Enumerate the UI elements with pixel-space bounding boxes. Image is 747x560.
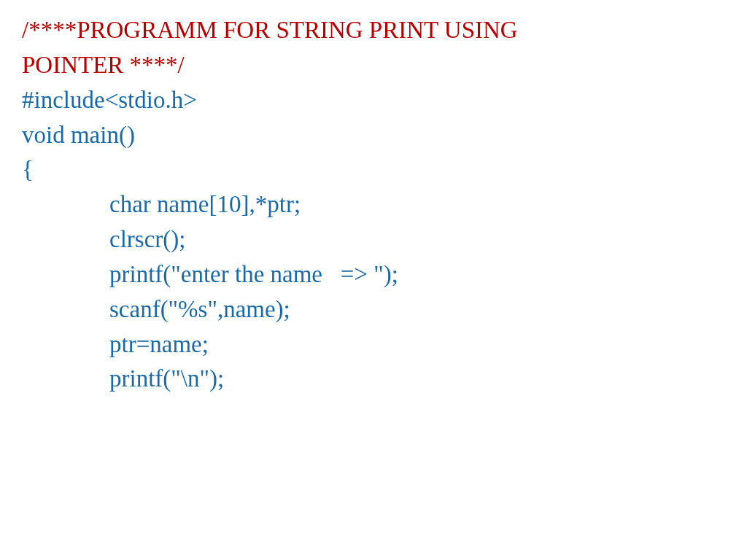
open-brace: { bbox=[22, 152, 725, 187]
main-declaration: void main() bbox=[22, 118, 725, 153]
printf-prompt: printf("enter the name => "); bbox=[22, 257, 725, 292]
ptr-assignment: ptr=name; bbox=[22, 327, 725, 362]
var-declaration: char name[10],*ptr; bbox=[22, 187, 725, 222]
include-line: #include<stdio.h> bbox=[22, 83, 725, 118]
clrscr-call: clrscr(); bbox=[22, 222, 725, 257]
printf-newline: printf("\n"); bbox=[22, 362, 725, 397]
code-block: /****PROGRAMM FOR STRING PRINT USING POI… bbox=[22, 13, 725, 397]
comment-line-1: /****PROGRAMM FOR STRING PRINT USING bbox=[22, 13, 725, 48]
comment-line-2: POINTER ****/ bbox=[22, 48, 725, 83]
scanf-call: scanf("%s",name); bbox=[22, 292, 725, 327]
